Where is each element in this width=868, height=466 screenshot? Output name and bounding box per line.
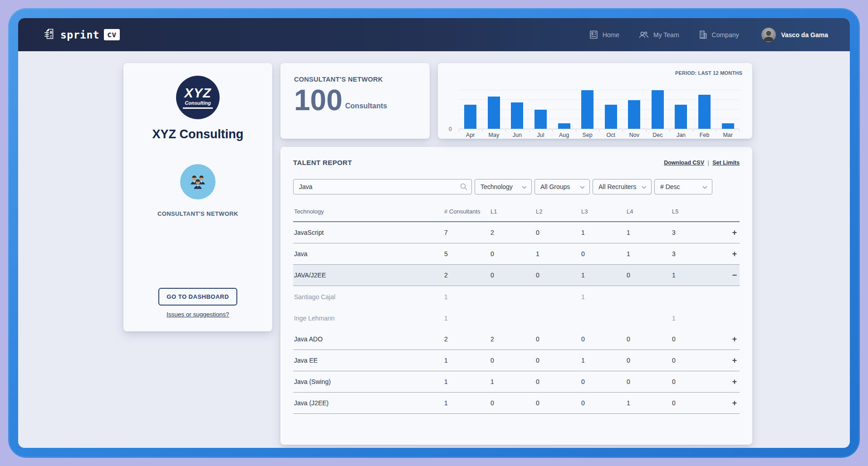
set-limits-link[interactable]: Set Limits [712, 160, 740, 166]
expand-row-button[interactable]: + [732, 335, 737, 344]
company-building-icon [698, 30, 708, 39]
expand-row-button[interactable]: + [732, 398, 737, 408]
chart-bar [698, 95, 711, 129]
row-value: 1 [627, 250, 672, 257]
chevron-down-icon [702, 183, 707, 190]
chart-bar [628, 100, 640, 129]
consultants-unit: Consultants [345, 102, 387, 110]
row-action-cell: + [717, 356, 740, 364]
chart-bar [511, 102, 523, 129]
brand-logo[interactable]: sprint cv [44, 28, 120, 42]
chart-x-label: Aug [552, 130, 576, 138]
row-value: 1 [581, 229, 627, 236]
filter-recruiters-dropdown[interactable]: All Recruiters [593, 179, 652, 194]
row-value: 2 [444, 335, 490, 343]
row-value: 1 [581, 272, 627, 279]
team-people-icon [638, 30, 649, 39]
expand-row-button[interactable]: + [732, 356, 737, 365]
filter-technology-dropdown[interactable]: Technology [475, 179, 532, 194]
nav-item-home[interactable]: Home [589, 30, 619, 39]
row-action-cell: + [717, 378, 740, 386]
company-logo-subtext: Consulting [185, 100, 211, 106]
chart-bar-column [552, 88, 576, 129]
row-value: 1 [627, 229, 672, 236]
filter-groups-dropdown[interactable]: All Groups [535, 179, 590, 194]
expand-row-button[interactable]: + [732, 228, 737, 237]
row-action-cell: + [717, 335, 740, 343]
top-navbar: sprint cv Home [18, 18, 850, 51]
brand-name: sprint [60, 29, 99, 41]
row-value: 0 [536, 229, 581, 236]
chart-bar-column [623, 88, 646, 129]
technology-row: Java EE100100+ [293, 350, 740, 371]
expand-row-button[interactable]: + [732, 249, 737, 258]
row-name: JAVA/J2EE [293, 272, 444, 279]
chart-bar-column [482, 88, 506, 129]
user-menu[interactable]: Vasco da Gama [761, 28, 828, 42]
chart-bars [459, 88, 740, 129]
chart-bar-column [576, 88, 599, 129]
chart-x-label: Mar [716, 130, 740, 138]
row-value: 3 [672, 250, 717, 257]
row-value: 0 [672, 335, 717, 343]
page-content: XYZ Consulting XYZ Consulting [18, 51, 850, 448]
filter-technology-value: Technology [481, 183, 513, 190]
chart-bar [605, 105, 617, 129]
technology-row: JavaScript720113+ [293, 222, 740, 243]
collapse-row-button[interactable]: − [732, 271, 737, 280]
row-value: 0 [581, 250, 627, 257]
consultants-count: 100 [294, 86, 343, 115]
nav-item-my-team[interactable]: My Team [638, 30, 679, 39]
chart-x-label: May [482, 130, 506, 138]
chart-bar [652, 90, 664, 129]
talent-table: Technology # Consultants L1 L2 L3 L4 L5 … [293, 208, 740, 414]
column-header-technology: Technology [293, 208, 444, 215]
row-action-cell: + [717, 399, 740, 407]
expand-row-button[interactable]: + [732, 377, 737, 386]
row-value: 0 [672, 399, 717, 407]
row-value: 0 [536, 272, 581, 279]
chart-x-label: Jan [669, 130, 693, 138]
chart-bar-column [505, 88, 529, 129]
right-column: CONSULTANT'S NETWORK 100 Consultants PER… [280, 63, 752, 445]
search-input[interactable] [293, 179, 472, 194]
consultants-network-icon [180, 164, 216, 199]
go-to-dashboard-button[interactable]: GO TO DASHBOARD [158, 288, 237, 306]
technology-row: Java ADO220000+ [293, 329, 740, 350]
sort-order-value: # Desc [660, 183, 680, 190]
issues-suggestions-link[interactable]: Issues or suggestions? [167, 311, 229, 318]
chart-bar [722, 123, 734, 129]
consultants-network-card: CONSULTANT'S NETWORK 100 Consultants [280, 63, 430, 139]
chart-bar-column [646, 88, 670, 129]
chart-xlabels: AprMayJunJulAugSepOctNovDecJanFebMar [459, 130, 740, 138]
activity-chart-card: PERIOD: LAST 12 MONTHS 0 AprMayJunJulAug… [438, 63, 752, 139]
sort-order-dropdown[interactable]: # Desc [654, 179, 712, 194]
row-value: 0 [490, 250, 536, 257]
technology-row: JAVA/J2EE200101− [293, 265, 740, 286]
row-name: Java (Swing) [293, 378, 444, 385]
row-value: 2 [444, 272, 490, 279]
chevron-down-icon [642, 183, 647, 190]
chart-bar [464, 105, 476, 129]
chart-x-label: Nov [623, 130, 646, 138]
nav-item-company[interactable]: Company [698, 30, 739, 39]
row-value: 1 [581, 357, 627, 364]
link-separator: | [708, 160, 709, 166]
talent-table-body: JavaScript720113+Java501013+JAVA/J2EE200… [293, 222, 740, 414]
column-header-l3: L3 [581, 208, 627, 215]
nav-item-label: Company [712, 31, 739, 39]
chart-x-label: Sep [576, 130, 599, 138]
row-value: 0 [490, 357, 536, 364]
row-value: 0 [536, 399, 581, 407]
row-action-cell: + [717, 250, 740, 258]
row-value: 1 [627, 399, 672, 407]
row-name: Java EE [293, 357, 444, 364]
row-value: 1 [444, 315, 490, 322]
row-value: 0 [672, 378, 717, 385]
download-csv-link[interactable]: Download CSV [664, 160, 704, 166]
chart-x-label: Apr [459, 130, 482, 138]
chevron-down-icon [522, 183, 527, 190]
consultant-row: Santiago Cajal11 [293, 286, 740, 307]
window-frame: sprint cv Home [8, 8, 860, 458]
home-resume-icon [589, 30, 598, 39]
